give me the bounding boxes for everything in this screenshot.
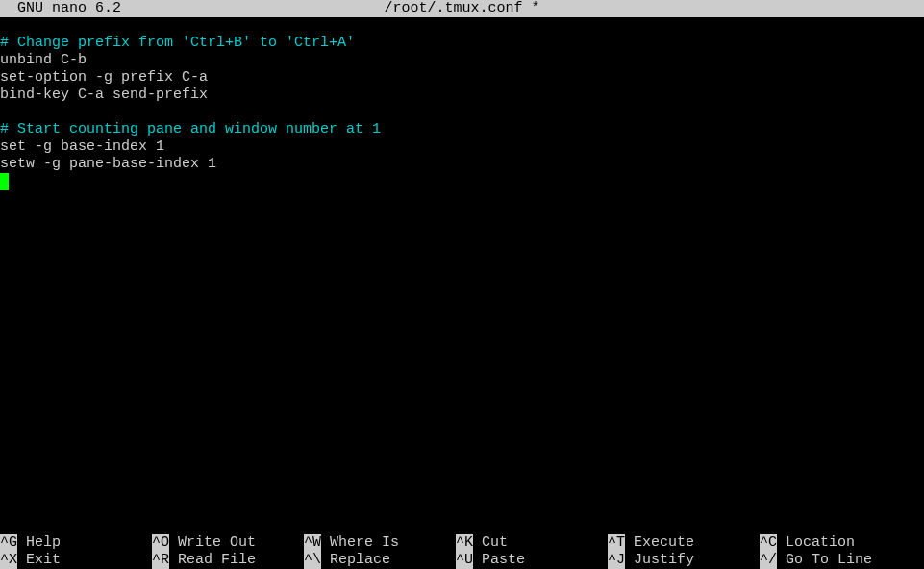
app-name: GNU nano 6.2 — [17, 0, 121, 17]
help-item-paste[interactable]: ^U Paste — [456, 552, 608, 569]
cursor — [0, 173, 9, 190]
help-item-exit[interactable]: ^X Exit — [0, 552, 152, 569]
help-key: ^J — [608, 552, 625, 569]
help-key: ^T — [608, 534, 625, 552]
help-label: Execute — [625, 534, 694, 552]
titlebar: GNU nano 6.2 /root/.tmux.conf * — [0, 0, 924, 17]
help-key: ^\ — [304, 552, 321, 569]
help-item-justify[interactable]: ^J Justify — [608, 552, 760, 569]
help-key: ^O — [152, 534, 169, 552]
help-item-execute[interactable]: ^T Execute — [608, 534, 760, 552]
help-item-help[interactable]: ^G Help — [0, 534, 152, 552]
help-label: Justify — [625, 552, 694, 569]
editor-content[interactable]: # Change prefix from 'Ctrl+B' to 'Ctrl+A… — [0, 17, 924, 190]
help-item-gotoline[interactable]: ^/ Go To Line — [760, 552, 912, 569]
help-item-cut[interactable]: ^K Cut — [456, 534, 608, 552]
help-item-replace[interactable]: ^\ Replace — [304, 552, 456, 569]
help-key: ^/ — [760, 552, 777, 569]
content-line: setw -g pane-base-index 1 — [0, 156, 216, 172]
help-label: Exit — [17, 552, 61, 569]
help-item-whereis[interactable]: ^W Where Is — [304, 534, 456, 552]
help-row-1: ^G Help ^O Write Out ^W Where Is ^K Cut … — [0, 534, 924, 552]
help-key: ^X — [0, 552, 17, 569]
help-label: Where Is — [321, 534, 399, 552]
help-item-writeout[interactable]: ^O Write Out — [152, 534, 304, 552]
content-line: set -g base-index 1 — [0, 138, 164, 155]
help-item-readfile[interactable]: ^R Read File — [152, 552, 304, 569]
help-label: Go To Line — [777, 552, 872, 569]
help-label: Write Out — [169, 534, 256, 552]
content-line: set-option -g prefix C-a — [0, 69, 208, 86]
help-key: ^U — [456, 552, 473, 569]
help-key: ^K — [456, 534, 473, 552]
help-key: ^G — [0, 534, 17, 552]
content-line: bind-key C-a send-prefix — [0, 87, 208, 103]
help-bar: ^G Help ^O Write Out ^W Where Is ^K Cut … — [0, 534, 924, 569]
help-key: ^C — [760, 534, 777, 552]
help-item-location[interactable]: ^C Location — [760, 534, 912, 552]
help-label: Location — [777, 534, 855, 552]
help-row-2: ^X Exit ^R Read File ^\ Replace ^U Paste… — [0, 552, 924, 569]
help-label: Cut — [473, 534, 508, 552]
filename: /root/.tmux.conf * — [384, 0, 539, 17]
help-label: Help — [17, 534, 61, 552]
help-label: Read File — [169, 552, 256, 569]
help-key: ^R — [152, 552, 169, 569]
help-label: Paste — [473, 552, 525, 569]
content-line: # Change prefix from 'Ctrl+B' to 'Ctrl+A… — [0, 35, 355, 51]
help-label: Replace — [321, 552, 390, 569]
content-line: unbind C-b — [0, 52, 87, 68]
content-line: # Start counting pane and window number … — [0, 121, 381, 137]
help-key: ^W — [304, 534, 321, 552]
